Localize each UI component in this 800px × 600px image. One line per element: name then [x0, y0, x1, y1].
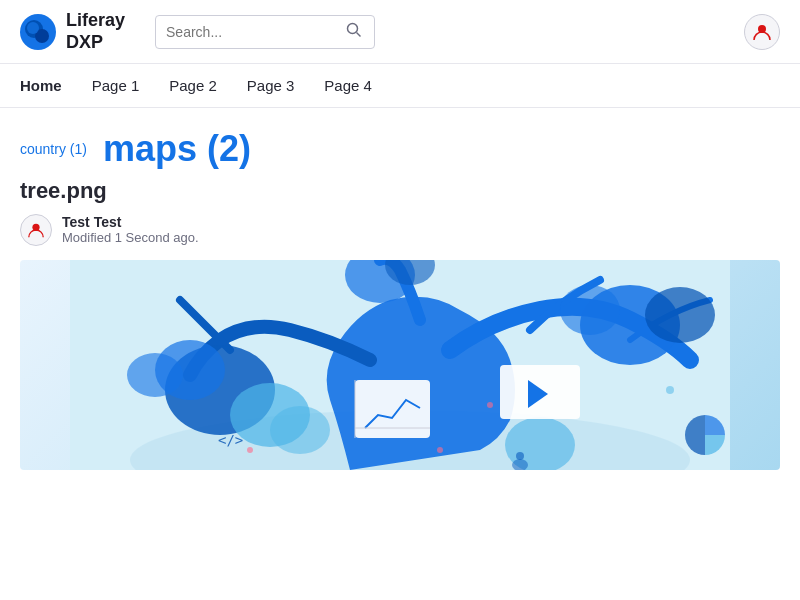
svg-point-29 — [437, 447, 443, 453]
logo-text: Liferay DXP — [66, 10, 125, 53]
result-author-avatar — [20, 214, 52, 246]
logo-area: Liferay DXP — [20, 10, 125, 53]
svg-point-14 — [645, 287, 715, 343]
svg-point-3 — [27, 22, 39, 34]
svg-point-12 — [127, 353, 183, 397]
result-title: tree.png — [20, 178, 780, 204]
modified-time: Modified 1 Second ago. — [62, 230, 199, 245]
svg-text:</>: </> — [218, 432, 243, 448]
author-avatar-icon — [27, 221, 45, 239]
nav-bar: Home Page 1 Page 2 Page 3 Page 4 — [0, 64, 800, 108]
result-item: tree.png Test Test Modified 1 Second ago… — [20, 178, 780, 470]
search-input[interactable] — [166, 24, 344, 40]
result-meta: Test Test Modified 1 Second ago. — [20, 214, 780, 246]
svg-point-4 — [348, 23, 358, 33]
svg-point-19 — [270, 406, 330, 454]
search-button[interactable] — [344, 22, 364, 42]
tags-row: country (1) maps (2) — [20, 128, 780, 170]
nav-item-page2[interactable]: Page 2 — [169, 67, 217, 104]
nav-item-page4[interactable]: Page 4 — [324, 67, 372, 104]
user-avatar-button[interactable] — [744, 14, 780, 50]
tree-svg: </> — [20, 260, 780, 470]
liferay-logo-icon — [20, 14, 56, 50]
svg-rect-21 — [355, 380, 430, 438]
result-meta-text: Test Test Modified 1 Second ago. — [62, 214, 199, 245]
user-icon — [752, 22, 772, 42]
svg-point-28 — [487, 402, 493, 408]
svg-point-27 — [247, 447, 253, 453]
search-bar — [155, 15, 375, 49]
content-area: country (1) maps (2) tree.png Test Test … — [0, 108, 800, 470]
nav-item-home[interactable]: Home — [20, 67, 62, 104]
author-name: Test Test — [62, 214, 199, 230]
svg-point-30 — [666, 386, 674, 394]
search-icon — [346, 22, 362, 38]
nav-item-page3[interactable]: Page 3 — [247, 67, 295, 104]
nav-item-page1[interactable]: Page 1 — [92, 67, 140, 104]
header: Liferay DXP — [0, 0, 800, 64]
svg-point-15 — [560, 285, 620, 335]
tree-illustration: </> — [20, 260, 780, 470]
tag-country[interactable]: country (1) — [20, 141, 87, 157]
svg-line-5 — [357, 32, 361, 36]
svg-point-32 — [516, 452, 524, 460]
result-heading: maps (2) — [103, 128, 251, 170]
